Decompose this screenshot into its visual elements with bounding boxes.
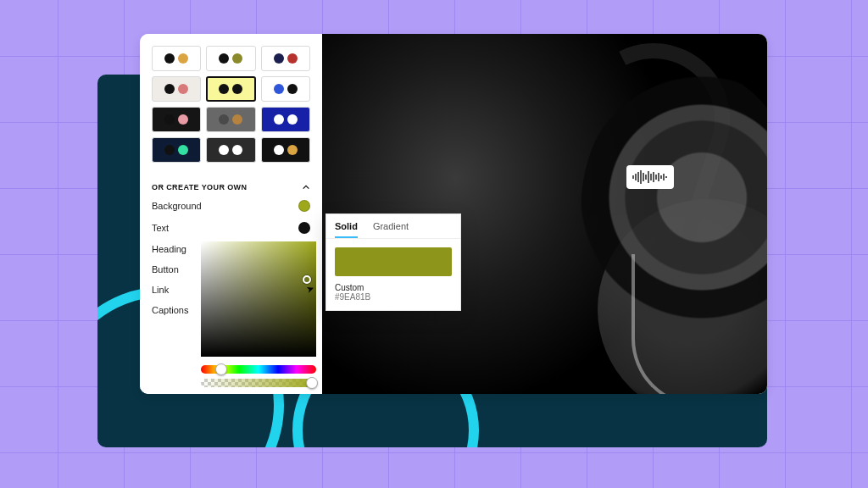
field-label: Background — [152, 201, 202, 211]
palette-dot — [219, 145, 229, 155]
waveform-icon — [632, 169, 669, 185]
chevron-up-icon — [302, 183, 310, 191]
palette-dot — [164, 84, 175, 94]
palette-option[interactable] — [261, 137, 310, 163]
palette-dot — [287, 145, 298, 155]
tab-solid[interactable]: Solid — [335, 221, 358, 238]
color-chip[interactable] — [335, 247, 452, 276]
palette-option[interactable] — [206, 137, 255, 163]
palette-dot — [164, 114, 175, 125]
palette-dot — [274, 145, 284, 155]
field-label: Link — [152, 285, 169, 295]
hue-thumb[interactable] — [215, 363, 227, 375]
color-sidebar: OR CREATE YOUR OWN Background Text Headi… — [140, 34, 322, 394]
palette-dot — [219, 84, 229, 94]
alpha-thumb[interactable] — [306, 377, 318, 389]
popover-label: Custom — [335, 283, 452, 292]
palette-option[interactable] — [206, 46, 255, 71]
waveform-badge — [626, 165, 674, 189]
field-label: Button — [152, 264, 179, 274]
cursor-icon: ➤ — [305, 283, 316, 296]
field-label: Heading — [152, 244, 186, 254]
palette-option[interactable] — [261, 107, 310, 132]
create-your-own-label: OR CREATE YOUR OWN — [152, 183, 247, 191]
palette-dot — [274, 114, 284, 125]
hue-slider[interactable] — [201, 365, 316, 374]
field-label: Captions — [152, 305, 188, 315]
field-text[interactable]: Text — [152, 222, 310, 234]
palette-option[interactable] — [261, 76, 310, 102]
sv-thumb[interactable] — [303, 275, 311, 284]
sv-plane[interactable]: ➤ — [201, 241, 316, 357]
palette-dot — [287, 114, 298, 125]
palette-option[interactable] — [152, 137, 201, 163]
palette-dot — [164, 145, 175, 155]
palette-option[interactable] — [152, 107, 201, 132]
tab-gradient[interactable]: Gradient — [373, 221, 409, 238]
alpha-slider[interactable] — [201, 379, 316, 387]
palette-option[interactable] — [206, 107, 255, 132]
popover-body: Custom #9EA81B — [326, 239, 460, 310]
field-background[interactable]: Background — [152, 200, 310, 212]
palette-dot — [178, 114, 188, 125]
field-label: Text — [152, 223, 169, 233]
palette-dot — [287, 84, 298, 94]
palette-grid — [152, 46, 310, 163]
field-swatch[interactable] — [298, 200, 310, 212]
palette-dot — [232, 145, 242, 155]
palette-dot — [178, 84, 188, 94]
palette-option[interactable] — [261, 46, 310, 71]
color-popover: Solid Gradient Custom #9EA81B — [326, 214, 461, 311]
palette-dot — [274, 84, 284, 94]
app-background: OR CREATE YOUR OWN Background Text Headi… — [0, 0, 868, 488]
palette-option[interactable] — [152, 76, 201, 102]
palette-dot — [274, 53, 284, 64]
palette-dot — [178, 145, 188, 155]
popover-hex: #9EA81B — [335, 292, 452, 302]
palette-option[interactable] — [152, 46, 201, 71]
field-swatch[interactable] — [298, 222, 310, 234]
color-picker: ➤ — [201, 241, 316, 387]
palette-dot — [232, 84, 242, 94]
palette-dot — [219, 53, 229, 64]
palette-dot — [232, 53, 242, 64]
palette-dot — [232, 114, 242, 125]
palette-dot — [178, 53, 188, 64]
preview-image — [632, 254, 733, 394]
palette-dot — [219, 114, 229, 125]
create-your-own-header[interactable]: OR CREATE YOUR OWN — [152, 183, 310, 191]
palette-dot — [287, 53, 298, 64]
popover-tabs: Solid Gradient — [326, 214, 460, 239]
palette-option[interactable] — [206, 76, 255, 102]
palette-dot — [164, 53, 175, 64]
